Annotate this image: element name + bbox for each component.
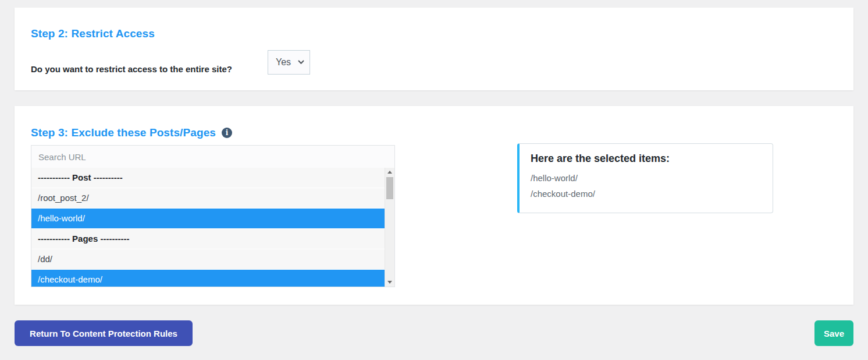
posts-pages-listbox[interactable]: ----------- Post ---------- /root_post_2… [31,168,395,287]
save-button[interactable]: Save [814,320,853,346]
list-option-selected[interactable]: /checkout-demo/ [31,270,385,287]
chevron-down-icon [298,60,304,65]
step3-card: Step 3: Exclude these Posts/Pages i ----… [15,106,853,305]
return-button[interactable]: Return To Content Protection Rules [15,320,193,346]
restrict-access-question: Do you want to restrict access to the en… [31,57,232,82]
step2-card: Step 2: Restrict Access Do you want to r… [15,8,853,90]
restrict-access-select[interactable]: Yes [268,50,310,75]
info-icon[interactable]: i [222,128,232,138]
step3-title-row: Step 3: Exclude these Posts/Pages i [31,126,232,139]
scrollbar-thumb[interactable] [386,177,393,199]
selected-items-title: Here are the selected items: [531,153,761,165]
list-group-header-post: ----------- Post ---------- [31,168,385,188]
selected-item: /hello-world/ [531,170,761,186]
triangle-up-icon [387,171,392,174]
list-option-selected[interactable]: /hello-world/ [31,209,385,228]
listbox-scrollbar[interactable] [385,168,394,287]
list-option[interactable]: /root_post_2/ [31,188,385,208]
scroll-down-button[interactable] [385,278,394,287]
triangle-down-icon [387,281,392,284]
scroll-up-button[interactable] [385,168,394,177]
list-group-header-pages: ----------- Pages ---------- [31,229,385,249]
listbox-rows: ----------- Post ---------- /root_post_2… [31,168,385,287]
list-option[interactable]: /dd/ [31,249,385,269]
search-url-input[interactable] [31,145,395,168]
step2-title: Step 2: Restrict Access [31,27,155,40]
select-value: Yes [276,57,291,68]
selected-items-panel: Here are the selected items: /hello-worl… [517,143,773,213]
selected-item: /checkout-demo/ [531,186,761,202]
step3-title: Step 3: Exclude these Posts/Pages [31,126,216,139]
